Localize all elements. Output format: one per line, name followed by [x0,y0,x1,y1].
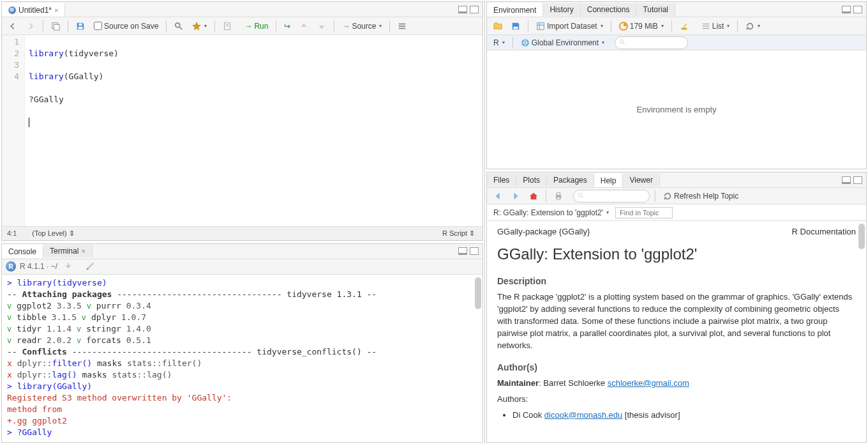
import-dataset-button[interactable]: Import Dataset [534,20,606,32]
svg-rect-3 [79,23,82,26]
svg-point-21 [620,40,624,43]
help-search-input[interactable] [573,190,650,203]
cursor-position: 4:1 [7,229,17,237]
show-in-new-window-icon[interactable] [49,20,63,32]
scrollbar[interactable] [858,224,865,249]
memory-usage[interactable]: 179 MiB [617,20,666,32]
minimize-icon[interactable] [842,6,851,13]
maximize-icon[interactable] [853,176,862,184]
refresh-icon[interactable] [743,20,763,32]
tab-plots[interactable]: Plots [516,174,547,187]
scope-selector[interactable]: (Top Level) ⇕ [29,228,77,239]
r-logo-icon: R [6,261,16,272]
svg-point-26 [578,194,582,197]
svg-rect-1 [54,24,59,30]
tab-files[interactable]: Files [487,174,516,187]
source-button[interactable]: →Source [340,20,384,32]
r-script-icon: R [8,6,16,14]
tab-console[interactable]: Console [2,244,43,258]
help-package-label: GGally-package {GGally} [497,226,590,238]
svg-rect-12 [514,26,518,29]
maximize-icon[interactable] [853,6,862,13]
go-down-icon[interactable] [315,20,329,32]
save-icon[interactable] [73,20,87,32]
load-workspace-icon[interactable] [491,20,505,32]
find-in-topic-input[interactable] [615,207,673,218]
run-button[interactable]: →Run [242,20,271,32]
source-statusbar: 4:1 (Top Level) ⇕ R Script ⇕ [2,226,483,240]
help-section-description: Description [497,275,856,287]
close-icon[interactable]: × [54,6,58,14]
tab-history[interactable]: History [543,3,580,16]
source-tab-title: Untitled1* [19,6,52,15]
memory-pie-icon [619,22,628,31]
source-on-save-checkbox[interactable]: Source on Save [91,20,161,32]
help-breadcrumb-bar: R: GGally: Extension to 'ggplot2' [487,204,866,221]
clear-console-icon[interactable] [83,261,97,272]
environment-scope-selector[interactable]: Global Environment [518,37,607,49]
go-up-icon[interactable] [297,20,311,32]
maintainer-email-link[interactable]: schloerke@gmail.com [608,378,689,388]
tab-environment[interactable]: Environment [487,3,543,17]
env-scope-bar: R Global Environment [487,35,866,50]
file-type-selector[interactable]: R Script ⇕ [440,228,477,239]
tab-tutorial[interactable]: Tutorial [636,3,675,16]
language-selector[interactable]: R [491,37,507,49]
tab-terminal[interactable]: Terminal× [43,245,93,257]
svg-rect-24 [557,193,560,195]
help-back-icon[interactable] [491,190,505,202]
forward-icon[interactable] [24,20,38,32]
close-icon[interactable]: × [81,247,85,255]
view-mode-selector[interactable]: List [699,20,733,32]
refresh-help-button[interactable]: Refresh Help Topic [661,190,741,202]
back-icon[interactable] [6,20,20,32]
outline-icon[interactable] [395,20,409,32]
code-tools-icon[interactable] [190,20,209,32]
svg-rect-25 [557,197,560,200]
help-topic-breadcrumb[interactable]: R: GGally: Extension to 'ggplot2' [491,207,611,218]
console-toolbar: R R 4.1.1 · ~/ [2,259,483,275]
scrollbar[interactable] [475,277,481,309]
svg-rect-13 [537,22,544,29]
source-tab[interactable]: R Untitled1* × [2,3,65,17]
print-icon[interactable] [551,190,565,202]
author-email-link[interactable]: dicook@monash.edu [544,410,622,420]
minimize-icon[interactable] [458,247,467,255]
help-section-authors: Author(s) [497,361,856,374]
help-doc-label: R Documentation [792,226,856,238]
svg-rect-16 [681,27,687,29]
svg-line-27 [581,197,583,199]
r-version-label: R 4.1.1 · ~/ [20,262,57,271]
env-toolbar: Import Dataset 179 MiB List [487,17,866,35]
save-workspace-icon[interactable] [509,20,523,32]
minimize-icon[interactable] [458,6,467,13]
help-toolbar: Refresh Help Topic [487,188,866,204]
rerun-icon[interactable]: ↪ [281,20,293,32]
code-editor[interactable]: 1 2 3 4 library(tidyverse) library(GGall… [2,35,483,226]
goto-dir-icon[interactable] [61,261,75,272]
maximize-icon[interactable] [470,6,479,13]
help-title: GGally: Extension to 'ggplot2' [497,243,856,266]
minimize-icon[interactable] [842,176,851,184]
tab-help[interactable]: Help [594,173,624,187]
maximize-icon[interactable] [470,247,479,255]
svg-line-5 [179,26,182,29]
tab-connections[interactable]: Connections [581,3,637,16]
tab-viewer[interactable]: Viewer [623,174,659,187]
help-home-icon[interactable] [527,190,541,202]
help-description-text: The R package 'ggplot2' is a plotting sy… [497,291,856,351]
tab-packages[interactable]: Packages [547,174,594,187]
clear-objects-icon[interactable] [677,20,691,32]
help-forward-icon[interactable] [509,190,523,202]
console-tabbar: Console Terminal× [2,244,483,259]
env-tabbar: Environment History Connections Tutorial [487,2,866,17]
env-empty-message: Environment is empty [487,50,866,169]
svg-point-4 [176,22,180,27]
console-output[interactable]: > library(tidyverse) -- Attaching packag… [2,275,483,442]
source-tabbar: R Untitled1* × [2,2,483,17]
env-search-input[interactable] [615,36,688,49]
source-toolbar: Source on Save →Run ↪ →Source [2,17,483,35]
compile-report-icon[interactable] [220,20,234,32]
find-icon[interactable] [172,20,186,32]
help-content[interactable]: GGally-package {GGally} R Documentation … [487,221,866,442]
